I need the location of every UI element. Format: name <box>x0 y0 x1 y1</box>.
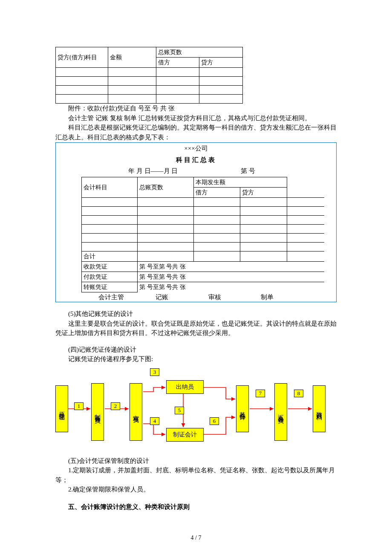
step-1: 1 <box>74 402 84 410</box>
para-transfer-intro: 记账凭证的传递程序参见下图: <box>55 354 337 364</box>
signature-row: 会计主管 记账 审核 制单 <box>56 292 336 302</box>
node-other-acct: 其他会计 <box>236 385 249 432</box>
th-debit: 借方 <box>156 58 199 68</box>
row-payment: 付款凭证 <box>82 272 138 282</box>
doc-number: 第 号 <box>241 168 255 174</box>
company-name: ×××公司 <box>56 143 336 154</box>
node-voucher-acct: 制证会计 <box>166 428 204 442</box>
th-ledger-pages: 总账页数 <box>138 177 193 197</box>
th-amount: 金额 <box>108 47 156 68</box>
para-signers: 会计主管 记账 复核 制单 汇总转账凭证按贷方科目汇总，其格式与汇总付款凭证相同… <box>55 113 337 123</box>
para-storage-1: 1.定期装订成册，并加盖封面、封底、标明单位名称、凭证名称、张数、起讫号数以及所… <box>55 465 337 485</box>
sig-preparer: 制单 <box>261 292 274 302</box>
table-subject-summary: 会计科目 总账页数 本期发生额 借方 贷方 合计 收款凭证第 号至第 号共 张 … <box>81 177 324 292</box>
row-total: 合计 <box>82 251 138 261</box>
para-summary-intro: 科目汇总表是根据记账凭证汇总编制的。其定期将每一科目的借方、贷方发生额汇总在一张… <box>55 123 337 142</box>
page-footer: 4 / 7 <box>0 533 392 542</box>
summary-table-box: ×××公司 科目汇总表 年 月 日——月 日 第 号 会计科目 总账页数 本期发… <box>55 142 337 302</box>
heading-transfer-design: (四)记账凭证传递的设计 <box>55 345 337 355</box>
flowchart: 原始凭证 1 制证会计员 2 审核员 3 出纳员 4 5 制证会计 6 其他会计… <box>55 368 337 449</box>
th-current-amount: 本期发生额 <box>193 177 287 187</box>
page: { "table1": { "col1": "贷方(借方)科目", "col2"… <box>0 0 392 555</box>
step-3: 3 <box>150 368 159 376</box>
table-voucher-subject: 贷方(借方)科目 金额 总账页数 借方 贷方 <box>55 47 243 104</box>
th-debit: 借方 <box>193 187 240 197</box>
attachment-line: 附件：收款(付款)凭证自 号至 号 共 张 <box>55 104 337 113</box>
node-reviewer: 审核员 <box>130 383 142 441</box>
range-transfer: 第 号至第 号共 张 <box>138 282 324 292</box>
para-storage-2: 2.确定保管期限和保管人员。 <box>55 485 337 494</box>
node-cashier: 出纳员 <box>166 380 204 394</box>
step-2: 2 <box>111 402 120 410</box>
th-credit: 贷方 <box>199 58 243 68</box>
step-7: 7 <box>256 390 265 397</box>
sig-bookkeeper: 记账 <box>156 292 207 302</box>
heading-storage: (五)会计凭证保管制度的设计 <box>55 456 337 466</box>
node-original-voucher: 原始凭证 <box>55 385 68 432</box>
para-other-voucher: 这里主要是联合凭证的设计。联合凭证既是原始凭证，也是记账凭证。其设计的特点就是在… <box>55 319 337 338</box>
step-4: 4 <box>150 417 159 425</box>
date-range: 年 月 日——月 日 <box>128 168 178 174</box>
node-preparer: 制证会计员 <box>91 383 104 441</box>
summary-title: 科目汇总表 <box>56 154 336 166</box>
row-transfer: 转账凭证 <box>82 282 138 292</box>
heading-section-5: 五、会计账簿设计的意义、种类和设计原则 <box>55 502 337 512</box>
step-8: 8 <box>294 390 303 397</box>
node-archive: 装订归档 <box>313 385 326 432</box>
node-summary-acct: 汇总会计员 <box>274 383 287 441</box>
th-account: 会计科目 <box>82 177 138 197</box>
sig-supervisor: 会计主管 <box>98 292 154 302</box>
heading-other-voucher: (5)其他记账凭证的设计 <box>55 309 337 319</box>
sig-reviewer: 审核 <box>208 292 259 302</box>
summary-date-row: 年 月 日——月 日 第 号 <box>56 165 336 177</box>
range-receipt: 第 号至第 号共 张 <box>138 261 324 272</box>
step-5: 5 <box>175 407 184 414</box>
range-payment: 第 号至第 号共 张 <box>138 272 324 282</box>
step-6: 6 <box>210 417 219 425</box>
th-credit: 贷方 <box>240 187 287 197</box>
row-receipt: 收款凭证 <box>82 261 138 272</box>
th-subject: 贷方(借方)科目 <box>56 47 108 68</box>
th-ledger-pages: 总账页数 <box>156 47 242 58</box>
